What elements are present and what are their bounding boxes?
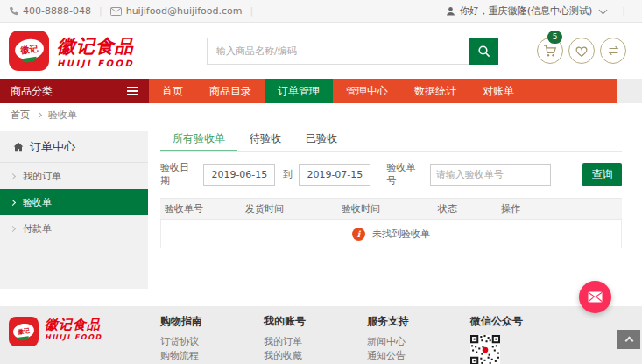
footer-link[interactable]: 我的收藏 xyxy=(264,349,367,363)
to-label: 到 xyxy=(282,168,292,181)
divider: | xyxy=(99,5,102,17)
sidebar-item-label: 我的订单 xyxy=(23,170,61,183)
favorites-button[interactable] xyxy=(568,38,595,64)
order-no-input[interactable] xyxy=(430,164,551,186)
logo-wordmark: 徽记食品 HUIJI FOOD xyxy=(57,34,134,68)
footer-link[interactable]: 订货协议 xyxy=(160,335,264,349)
logo-title: 徽记食品 xyxy=(57,34,134,59)
footer-col-service: 服务支持 新闻中心 通知公告 xyxy=(367,314,470,364)
chevron-up-icon xyxy=(624,337,633,346)
compare-button[interactable] xyxy=(600,38,626,64)
table-header: 验收单号 发货时间 验收时间 状态 操作 xyxy=(160,198,622,220)
content: 订单中心 我的订单 验收单 付款单 所有验收单 待验收 已验收 验收日 xyxy=(0,126,642,306)
logo-garnish xyxy=(21,57,37,63)
scroll-top-button[interactable] xyxy=(617,330,640,349)
user-icon xyxy=(446,6,455,16)
empty-state: i 未找到验收单 xyxy=(160,220,622,248)
main-panel: 所有验收单 待验收 已验收 验收日期 到 验收单号 查询 验收单号 发货时间 验… xyxy=(160,126,622,248)
sidebar-item-acceptance[interactable]: 验收单 xyxy=(0,189,148,215)
footer-col-title: 服务支持 xyxy=(367,314,470,329)
footer-link[interactable]: 购物流程 xyxy=(160,349,264,363)
footer-link[interactable]: 通知公告 xyxy=(367,349,470,363)
nav-item-stats[interactable]: 数据统计 xyxy=(401,79,469,103)
mail-icon xyxy=(110,7,122,16)
footer-col-title: 我的账号 xyxy=(264,314,367,329)
exchange-icon xyxy=(607,45,620,57)
logo-subtitle: HUIJI FOOD xyxy=(57,59,134,68)
breadcrumb-home[interactable]: 首页 xyxy=(11,108,30,122)
phone-group: 400-8888-048 xyxy=(9,5,91,17)
cart-icon xyxy=(543,44,557,58)
order-no-filter-label: 验收单号 xyxy=(386,161,423,187)
chevron-down-icon xyxy=(599,5,608,14)
nav-item-statement[interactable]: 对账单 xyxy=(469,79,527,103)
heart-icon xyxy=(575,45,589,58)
footer-col-title: 微信公众号 xyxy=(470,314,574,329)
date-to-input[interactable] xyxy=(299,164,370,186)
tabs: 所有验收单 待验收 已验收 xyxy=(160,126,622,152)
tab-accepted[interactable]: 已验收 xyxy=(293,126,349,151)
header-icon-buttons: 5 xyxy=(537,38,633,64)
envelope-icon xyxy=(588,291,603,303)
filter-bar: 验收日期 到 验收单号 查询 xyxy=(160,161,622,187)
sidebar-item-my-orders[interactable]: 我的订单 xyxy=(0,163,148,189)
logo-subtitle: HUIJI FOOD xyxy=(45,333,102,341)
nav-right-strip xyxy=(617,79,642,103)
logo[interactable]: 徽记 徽记食品 HUIJI FOOD xyxy=(9,31,194,71)
search-button[interactable] xyxy=(469,38,498,65)
col-acceptance-no: 验收单号 xyxy=(160,202,245,215)
nav-item-admin[interactable]: 管理中心 xyxy=(333,79,401,103)
divider: | xyxy=(250,5,254,17)
email-address: huijifood@huijifood.com xyxy=(126,5,243,17)
sidebar-item-payment[interactable]: 付款单 xyxy=(0,215,148,242)
logo-garnish xyxy=(18,336,29,341)
footer-col-wechat: 微信公众号 xyxy=(470,314,574,364)
nav-item-orders[interactable]: 订单管理 xyxy=(265,79,333,103)
sidebar-item-label: 付款单 xyxy=(23,222,52,235)
home-icon xyxy=(13,142,24,152)
main-nav: 商品分类 首页 商品目录 订单管理 管理中心 数据统计 对账单 xyxy=(0,79,642,103)
user-greeting: 你好，重庆徽隆(信息中心测试) xyxy=(460,4,593,18)
search-icon xyxy=(477,45,490,58)
info-icon: i xyxy=(352,228,365,241)
nav-items: 首页 商品目录 订单管理 管理中心 数据统计 对账单 xyxy=(149,79,617,103)
footer-col-my-account: 我的账号 我的订单 我的收藏 xyxy=(264,314,367,364)
breadcrumb-current: 验收单 xyxy=(48,108,77,122)
contact-mail-fab[interactable] xyxy=(579,281,611,313)
logo-badge-text: 徽记 xyxy=(17,326,30,336)
phone-number: 400-8888-048 xyxy=(23,5,91,17)
user-menu[interactable]: 你好，重庆徽隆(信息中心测试) | xyxy=(446,4,633,18)
category-label: 商品分类 xyxy=(11,84,53,99)
top-bar: 400-8888-048 | huijifood@huijifood.com |… xyxy=(0,0,642,23)
search-input[interactable] xyxy=(207,38,469,65)
date-filter-label: 验收日期 xyxy=(160,161,197,187)
search-bar xyxy=(207,38,498,65)
sidebar-title-label: 订单中心 xyxy=(30,139,75,155)
nav-item-home[interactable]: 首页 xyxy=(149,79,196,103)
phone-icon xyxy=(9,6,18,16)
tab-all-acceptance[interactable]: 所有验收单 xyxy=(160,126,237,151)
page: 400-8888-048 | huijifood@huijifood.com |… xyxy=(0,0,642,364)
footer: 徽记 徽记食品 HUIJI FOOD 购物指南 订货协议 购物流程 我的账号 我… xyxy=(0,306,642,364)
cart-button[interactable]: 5 xyxy=(537,38,563,64)
date-from-input[interactable] xyxy=(203,164,275,186)
footer-link[interactable]: 我的订单 xyxy=(264,335,367,349)
header: 徽记 徽记食品 HUIJI FOOD 5 xyxy=(0,23,642,79)
breadcrumb: 首页 验收单 xyxy=(0,103,642,126)
col-actions: 操作 xyxy=(501,202,622,215)
sidebar: 订单中心 我的订单 验收单 付款单 xyxy=(0,131,148,289)
chevron-right-icon xyxy=(10,225,16,231)
query-button[interactable]: 查询 xyxy=(582,163,622,186)
category-menu-button[interactable]: 商品分类 xyxy=(0,79,149,103)
footer-link[interactable]: 新闻中心 xyxy=(367,335,470,349)
nav-item-catalog[interactable]: 商品目录 xyxy=(196,79,265,103)
tab-pending-acceptance[interactable]: 待验收 xyxy=(237,126,293,151)
email-group[interactable]: huijifood@huijifood.com xyxy=(110,5,243,17)
col-ship-time: 发货时间 xyxy=(245,202,342,215)
empty-state-text: 未找到验收单 xyxy=(372,228,430,241)
footer-col-shopping-guide: 购物指南 订货协议 购物流程 xyxy=(160,314,264,364)
chevron-right-icon xyxy=(10,199,16,205)
logo-app-icon: 徽记 xyxy=(9,317,39,346)
logo-badge-text: 徽记 xyxy=(19,42,39,57)
chevron-right-icon xyxy=(10,172,16,178)
